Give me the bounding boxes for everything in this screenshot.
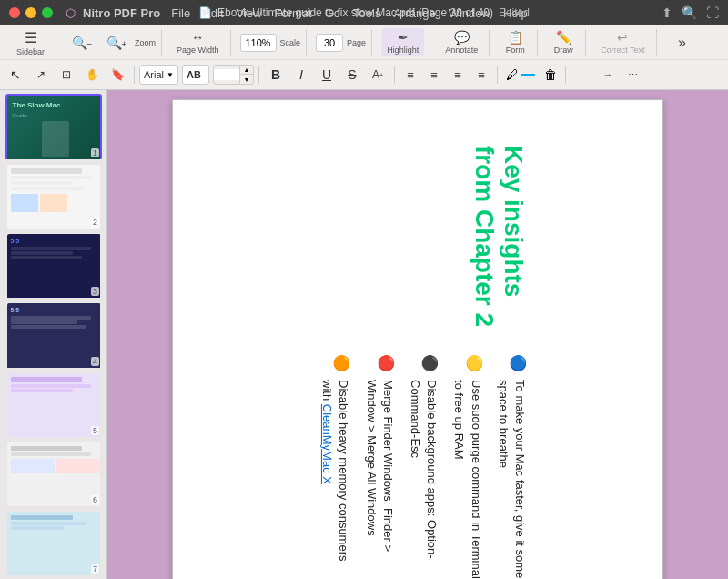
thumbnail-page-6[interactable]: 6 [4, 441, 103, 506]
form-group: 📋 Form [493, 29, 538, 56]
bold-button[interactable]: B [264, 64, 288, 86]
scale-group: Scale [235, 29, 308, 56]
page-label: Page [347, 38, 366, 47]
page-width-button[interactable]: ↔ Page Width [171, 28, 225, 56]
font-size-dropdown[interactable]: AB [182, 65, 209, 85]
insight-text-3: Disable background apps: Option-Command-… [407, 380, 440, 579]
font-size-up[interactable]: ▲ [240, 66, 253, 75]
crop-tool[interactable]: ⊡ [55, 64, 78, 86]
highlight-pen-icon: 🖊 [506, 67, 519, 82]
highlight-color-bar [521, 74, 535, 76]
line-style-button[interactable]: —— [571, 64, 594, 86]
share-icon[interactable]: ⬆ [662, 5, 672, 20]
insight-text-5: Disable heavy memory consumers with Clea… [318, 380, 351, 579]
insights-list: 🔵 To make your Mac faster, give it some … [308, 354, 528, 579]
draw-icon: ✏️ [556, 30, 571, 45]
line-arrow-button[interactable]: → [596, 64, 620, 86]
maximize-button[interactable] [42, 7, 53, 18]
font-family-label: Arial [144, 69, 164, 80]
align-justify-button[interactable]: ≡ [470, 64, 492, 86]
font-size-down[interactable]: ▼ [240, 75, 253, 84]
form-icon: 📋 [508, 30, 523, 45]
eraser-button[interactable]: 🗑 [541, 66, 561, 84]
thumb-bg-6 [7, 442, 102, 506]
underline-button[interactable]: U [315, 64, 339, 86]
cleanmymac-link[interactable]: CleanMyMac X [320, 404, 334, 484]
minimize-button[interactable] [25, 7, 36, 18]
text-highlight-button[interactable]: 🖊 [502, 66, 539, 84]
fullscreen-icon[interactable]: ⛶ [706, 5, 719, 20]
zoom-out-button[interactable]: 🔍− [66, 34, 98, 52]
highlight-icon: ✒ [398, 30, 409, 45]
select-tool[interactable]: ↖ [4, 64, 27, 86]
sidebar-button[interactable]: ☰ Sidebar [11, 27, 50, 58]
align-center-button[interactable]: ≡ [423, 64, 445, 86]
annotate-icon: 💬 [454, 30, 470, 45]
page-nav-group: Page [310, 29, 372, 56]
title-bar-right: ⬆ 🔍 ⛶ [662, 5, 719, 20]
thumbnail-page-3[interactable]: 5.5 3 [4, 232, 103, 298]
thumbnail-page-7[interactable]: 7 [4, 510, 103, 575]
insight-icon-2: 🟡 [463, 354, 483, 372]
insight-icon-5: 🟠 [331, 354, 351, 372]
search-icon[interactable]: 🔍 [682, 5, 697, 20]
draw-button[interactable]: ✏️ Draw [547, 28, 580, 56]
title-bar-center: 📄 Ebook-Ultimate guide to fix slow Mac.p… [198, 6, 530, 19]
thumb-container-3: 5.5 [5, 232, 102, 298]
insight-icon-1: 🔵 [508, 354, 528, 372]
stamp-tool[interactable]: 🔖 [106, 64, 129, 86]
more-button[interactable]: » [666, 33, 699, 53]
strikethrough-button[interactable]: S [340, 64, 364, 86]
font-size-stepper: ▲ ▼ [213, 65, 254, 85]
hand-tool[interactable]: ✋ [80, 64, 104, 86]
separator-2 [258, 66, 259, 84]
thumb-bg-4: 5.5 [7, 303, 102, 367]
pdf-inner-content: Key insightsfrom Chapter 2 🔵 To make you… [289, 118, 546, 579]
font-size-input[interactable] [214, 69, 239, 80]
correct-label: Correct Text [601, 46, 644, 55]
page-number-input[interactable] [316, 34, 343, 52]
thumb-bg-3: 5.5 [7, 234, 102, 298]
page-width-icon: ↔ [191, 30, 204, 45]
close-button[interactable] [9, 7, 20, 18]
doc-title: Ebook-Ultimate guide to fix slow Mac.pdf… [217, 6, 493, 19]
dashed-line-button[interactable]: ⋯ [622, 64, 645, 86]
thumb-bg-7 [7, 512, 102, 575]
line-arrow-icon: → [602, 69, 612, 80]
more-icon: » [678, 35, 686, 51]
thumb-container-6 [5, 441, 102, 506]
separator-4 [497, 66, 498, 84]
zoom-label: Zoom [135, 38, 156, 47]
thumb-num-6: 6 [91, 495, 99, 504]
thumb-num-5: 5 [91, 426, 99, 435]
thumb-bg-1: The Slow Mac Guide [7, 96, 102, 159]
thumbnail-page-1[interactable]: The Slow Mac Guide 1 [4, 94, 103, 159]
edited-badge: Edited [499, 6, 530, 19]
thumbnail-page-2[interactable]: 2 [4, 163, 103, 229]
thumbnail-page-4[interactable]: 5.5 4 [4, 301, 103, 367]
align-right-button[interactable]: ≡ [447, 64, 469, 86]
align-left-button[interactable]: ≡ [399, 64, 421, 86]
correct-text-button[interactable]: ↩ Correct Text [595, 28, 650, 56]
italic-button[interactable]: I [289, 64, 313, 86]
scale-input[interactable] [240, 34, 277, 52]
highlight-group: ✒ Highlight [376, 29, 430, 56]
thumbnail-page-5[interactable]: 5 [4, 371, 103, 437]
toolbar-row2: ↖ ↗ ⊡ ✋ 🔖 Arial ▼ AB ▲ ▼ [0, 60, 728, 89]
zoom-in-icon: 🔍+ [106, 36, 127, 50]
zoom-group: 🔍− 🔍+ Zoom [60, 29, 162, 56]
arrow-tool[interactable]: ↗ [29, 64, 53, 86]
rotated-content-container: Key insightsfrom Chapter 2 🔵 To make you… [173, 100, 662, 579]
annotate-button[interactable]: 💬 Annotate [440, 28, 483, 56]
line-style-icon: —— [572, 69, 592, 80]
superscript-button[interactable]: A+ [366, 64, 389, 86]
form-button[interactable]: 📋 Form [499, 28, 531, 56]
font-family-dropdown[interactable]: Arial ▼ [139, 65, 178, 85]
zoom-in-button[interactable]: 🔍+ [100, 34, 133, 52]
draw-group: ✏️ Draw [541, 29, 586, 56]
insight-icon-4: 🔴 [375, 354, 395, 372]
menu-file[interactable]: File [171, 6, 190, 20]
traffic-lights [9, 7, 53, 18]
highlight-button[interactable]: ✒ Highlight [381, 28, 424, 56]
correct-group: ↩ Correct Text [590, 29, 656, 56]
